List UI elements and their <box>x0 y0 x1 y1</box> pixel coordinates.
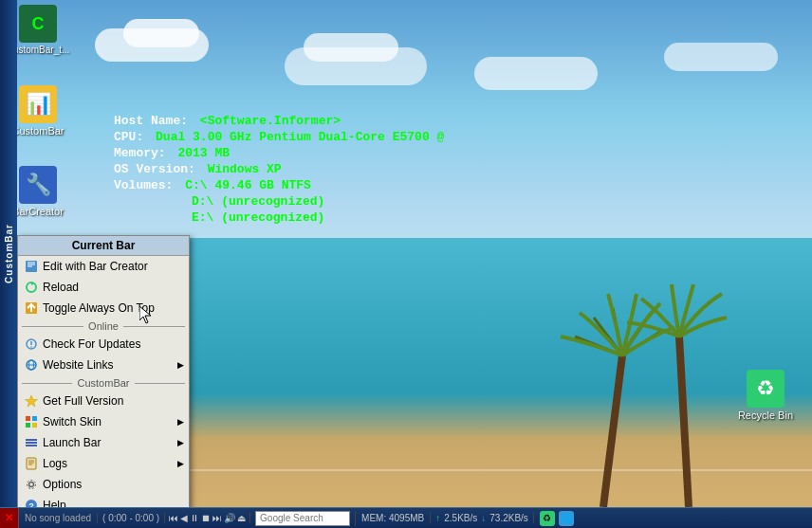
svg-rect-25 <box>26 442 37 444</box>
logs-arrow: ▶ <box>177 459 184 468</box>
switch-skin-arrow: ▶ <box>177 417 184 427</box>
start-x-icon: ✕ <box>5 512 13 524</box>
recycle-bin-icon[interactable]: ♻ Recycle Bin <box>738 370 793 421</box>
logs-label: Logs <box>43 457 67 470</box>
check-for-updates-icon <box>24 337 39 352</box>
svg-point-31 <box>29 482 34 487</box>
memory-label: Memory: <box>114 146 166 160</box>
svg-rect-26 <box>26 445 37 446</box>
taskbar: ✕ No song loaded ( 0:00 - 0:00 ) ⏮ ◀ ⏸ ⏹… <box>0 507 812 528</box>
logs-icon <box>24 456 39 471</box>
os-value: Windows XP <box>208 162 282 176</box>
website-links-arrow: ▶ <box>177 360 184 370</box>
svg-rect-21 <box>32 416 37 421</box>
cpu-label: CPU: <box>114 130 143 144</box>
svg-rect-23 <box>32 423 37 428</box>
launch-bar-label: Launch Bar <box>43 436 101 449</box>
edit-bar-creator-icon <box>24 259 39 274</box>
online-section-label: Online <box>83 320 123 332</box>
menu-header: Current Bar <box>18 236 189 256</box>
switch-skin-icon <box>24 414 39 429</box>
taskbar-search <box>250 511 356 526</box>
upload-speed: 2.5KB/s <box>444 513 477 523</box>
ctrl-stop[interactable]: ⏹ <box>201 513 211 523</box>
svg-marker-19 <box>26 395 38 407</box>
options-icon <box>24 477 39 492</box>
menu-item-switch-skin[interactable]: Switch Skin ▶ <box>18 411 189 432</box>
ctrl-vol[interactable]: 🔊 <box>224 513 235 523</box>
tray-icon-1[interactable]: ♻ <box>540 511 555 526</box>
menu-item-get-full-version[interactable]: Get Full Version <box>18 391 189 411</box>
svg-point-15 <box>30 346 32 348</box>
custombar-section-label: CustomBar <box>72 377 134 389</box>
ctrl-prev[interactable]: ⏮ <box>169 513 178 523</box>
custombar-sidebar: CustomBar <box>0 0 17 507</box>
volume2-value: D:\ (unrecognized) <box>192 194 324 209</box>
menu-item-options[interactable]: Options <box>18 474 189 495</box>
custombar-label: CustomBar <box>11 125 64 137</box>
ctrl-pause[interactable]: ⏸ <box>190 513 199 523</box>
taskbar-controls: ⏮ ◀ ⏸ ⏹ ⏭ 🔊 ⏏ <box>165 513 250 523</box>
svg-line-0 <box>603 355 622 507</box>
taskbar-tray-icons: ♻ 🌐 <box>534 511 580 526</box>
toggle-always-on-top-label: Toggle Always On Top <box>43 301 155 315</box>
memory-value: 2013 MB <box>177 146 230 160</box>
menu-item-website-links[interactable]: Website Links ▶ <box>18 355 189 375</box>
reload-label: Reload <box>43 281 79 294</box>
taskbar-song: No song loaded <box>19 513 98 523</box>
get-full-version-label: Get Full Version <box>43 394 123 408</box>
hostname-value: <Software.Informer> <box>200 114 341 128</box>
volume3-value: E:\ (unrecognized) <box>192 210 324 225</box>
svg-rect-27 <box>27 458 36 469</box>
get-full-version-icon <box>24 393 39 409</box>
download-arrow-icon: ↓ <box>481 513 486 523</box>
download-speed: 73.2KB/s <box>489 513 528 523</box>
hostname-label: Host Name: <box>114 114 188 128</box>
ctrl-back[interactable]: ◀ <box>180 513 188 523</box>
tray-icon-2[interactable]: 🌐 <box>559 511 574 526</box>
ctrl-eject[interactable]: ⏏ <box>237 513 246 523</box>
ctrl-next[interactable]: ⏭ <box>212 513 222 523</box>
taskbar-start-area[interactable]: ✕ <box>0 508 19 528</box>
toggle-always-on-top-icon <box>24 300 39 316</box>
menu-item-toggle-always-on-top[interactable]: Toggle Always On Top <box>18 298 189 319</box>
menu-item-edit-bar-creator[interactable]: Edit with Bar Creator <box>18 256 189 277</box>
upload-arrow-icon: ↑ <box>435 513 440 523</box>
menu-item-check-for-updates[interactable]: Check For Updates <box>18 334 189 355</box>
menu-item-reload[interactable]: Reload <box>18 277 189 298</box>
taskbar-time: ( 0:00 - 0:00 ) <box>98 513 165 523</box>
options-label: Options <box>43 478 82 491</box>
svg-line-6 <box>679 337 689 507</box>
svg-rect-20 <box>26 416 30 421</box>
svg-rect-24 <box>26 439 37 441</box>
launch-bar-arrow: ▶ <box>177 438 184 447</box>
reload-icon <box>24 280 39 295</box>
sidebar-label: CustomBar <box>4 224 14 283</box>
volume1-value: C:\ 49.46 GB NTFS <box>185 178 311 192</box>
desktop: ♻ Recycle Bin C CustomBar_t... 📊 CustomB… <box>0 0 812 528</box>
taskbar-memory: MEM: 4095MB <box>356 513 431 523</box>
recycle-bin-label: Recycle Bin <box>738 410 793 421</box>
context-menu: Current Bar Edit with Bar Creator Reload… <box>17 235 190 528</box>
check-for-updates-label: Check For Updates <box>43 337 140 351</box>
search-input[interactable] <box>255 511 350 526</box>
menu-item-launch-bar[interactable]: Launch Bar ▶ <box>18 432 189 453</box>
barcreator-label: BarCreator <box>12 206 64 217</box>
switch-skin-label: Switch Skin <box>43 415 102 428</box>
taskbar-net: ↑ 2.5KB/s ↓ 73.2KB/s <box>431 513 534 523</box>
website-links-icon <box>24 357 39 373</box>
svg-rect-22 <box>26 423 30 428</box>
os-label: OS Version: <box>114 162 195 176</box>
launch-bar-icon <box>24 435 39 450</box>
website-links-label: Website Links <box>43 358 113 372</box>
volumes-label: Volumes: <box>114 178 173 192</box>
cpu-value: Dual 3.00 GHz Pentium Dual-Core E5700 @ <box>156 130 444 144</box>
edit-bar-creator-label: Edit with Bar Creator <box>43 260 148 273</box>
info-panel: Host Name: <Software.Informer> CPU: Dual… <box>114 114 444 227</box>
menu-item-logs[interactable]: Logs ▶ <box>18 453 189 474</box>
